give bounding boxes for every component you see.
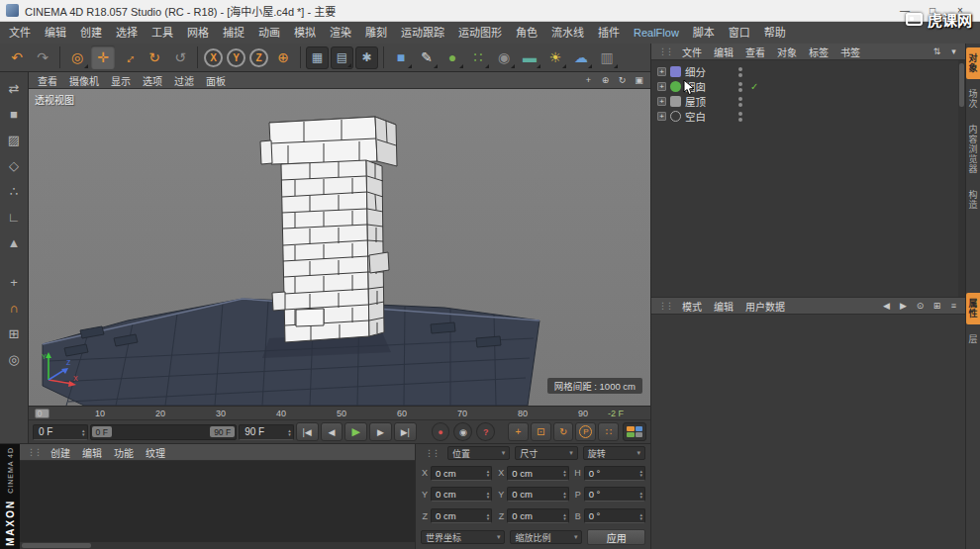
- light-icon[interactable]: ☀: [543, 46, 567, 69]
- am-target-icon[interactable]: ⊙: [913, 300, 928, 313]
- menu-edit[interactable]: 编辑: [38, 22, 73, 44]
- size-z-field[interactable]: 0 cm▴▾: [507, 508, 568, 523]
- om-menu-bookmarks[interactable]: 书签: [834, 45, 866, 59]
- range-start-handle[interactable]: 0 F: [92, 426, 112, 437]
- menu-tools[interactable]: 工具: [145, 22, 180, 44]
- om-dropdown-icon[interactable]: ▾: [946, 46, 961, 58]
- object-row[interactable]: + 屋顶: [651, 94, 965, 109]
- texture-mode-icon[interactable]: ▨: [2, 128, 26, 151]
- rot-p-field[interactable]: 0 °▴▾: [584, 487, 645, 502]
- scrollbar-thumb[interactable]: [959, 63, 964, 107]
- make-editable-icon[interactable]: ⇄: [2, 76, 26, 100]
- display-filter-icon[interactable]: ▥: [595, 46, 619, 69]
- render-view-icon[interactable]: ▦: [306, 46, 329, 69]
- expand-icon[interactable]: +: [657, 97, 666, 106]
- pan-view-icon[interactable]: +: [581, 74, 596, 87]
- menu-script[interactable]: 脚本: [686, 22, 722, 44]
- move-tool-icon[interactable]: ✛: [91, 46, 115, 69]
- polygons-mode-icon[interactable]: ▲: [2, 230, 26, 254]
- panel-grip[interactable]: ⋮⋮: [23, 447, 45, 457]
- object-row[interactable]: + 细分: [651, 64, 965, 79]
- panel-grip[interactable]: ⋮⋮: [654, 46, 676, 56]
- live-selection-icon[interactable]: ◎: [65, 46, 89, 69]
- menu-pipeline[interactable]: 流水线: [544, 22, 591, 44]
- position-mode-dropdown[interactable]: 位置▾: [447, 446, 510, 460]
- object-tree[interactable]: + 细分 + 烟囱 ✓ + 屋顶: [651, 60, 965, 298]
- redo-icon[interactable]: ↷: [31, 46, 54, 69]
- am-menu-mode[interactable]: 模式: [676, 299, 708, 314]
- object-row[interactable]: + 烟囱 ✓: [651, 79, 965, 94]
- snap-magnet-icon[interactable]: ∩: [2, 296, 26, 320]
- lock-y-axis-icon[interactable]: Y: [227, 48, 245, 67]
- lock-x-axis-icon[interactable]: X: [204, 48, 223, 67]
- pos-y-field[interactable]: 0 cm▴▾: [431, 487, 492, 502]
- point-level-animation-button[interactable]: ∷: [598, 422, 619, 441]
- frame-range-slider[interactable]: 0 F 90 F: [90, 424, 238, 440]
- menu-snap[interactable]: 捕捉: [216, 22, 251, 44]
- end-frame-field[interactable]: 90 F ▴▾: [239, 424, 294, 440]
- animation-help-button[interactable]: ?: [476, 422, 495, 441]
- zoom-view-icon[interactable]: ⊕: [598, 74, 613, 87]
- mat-menu-create[interactable]: 创建: [45, 445, 76, 460]
- om-menu-objects[interactable]: 对象: [771, 45, 803, 59]
- panel-grip[interactable]: ⋮⋮: [654, 301, 676, 311]
- edges-mode-icon[interactable]: ∟: [2, 205, 26, 229]
- tab-layers[interactable]: 层: [966, 328, 980, 350]
- menu-realflow[interactable]: RealFlow: [627, 22, 686, 44]
- am-menu-edit[interactable]: 编辑: [708, 299, 739, 314]
- scrollbar-thumb[interactable]: [22, 543, 91, 548]
- frame-stepper[interactable]: ▴▾: [79, 428, 85, 436]
- size-ratio-dropdown[interactable]: 缩放比例▾: [510, 530, 582, 544]
- vp-menu-panel[interactable]: 面板: [200, 73, 232, 88]
- om-menu-edit[interactable]: 编辑: [708, 45, 739, 59]
- menu-select[interactable]: 选择: [109, 22, 145, 44]
- autokey-button[interactable]: ◉: [453, 422, 472, 441]
- range-end-handle[interactable]: 90 F: [210, 426, 235, 437]
- visibility-dots[interactable]: [738, 67, 742, 77]
- mat-menu-function[interactable]: 功能: [108, 445, 140, 460]
- floor-icon[interactable]: ▬: [518, 46, 541, 69]
- menu-create[interactable]: 创建: [73, 22, 109, 44]
- menu-mograph[interactable]: 运动图形: [451, 22, 509, 44]
- coordinate-system-icon[interactable]: ⊕: [271, 46, 295, 69]
- frame-stepper[interactable]: ▴▾: [285, 428, 291, 436]
- size-x-field[interactable]: 0 cm▴▾: [507, 466, 568, 481]
- subdivision-surface-icon[interactable]: ●: [441, 46, 464, 69]
- render-picture-viewer-icon[interactable]: ▤: [331, 46, 353, 69]
- object-name[interactable]: 屋顶: [685, 94, 725, 109]
- am-forward-icon[interactable]: ▶: [896, 300, 911, 313]
- vp-menu-options[interactable]: 选项: [137, 73, 168, 88]
- rotation-mode-dropdown[interactable]: 旋转▾: [583, 446, 645, 460]
- view-label[interactable]: 透视视图: [35, 92, 74, 107]
- size-mode-dropdown[interactable]: 尺寸▾: [515, 446, 577, 460]
- record-position-button[interactable]: +: [508, 422, 529, 441]
- goto-start-button[interactable]: |◀: [296, 422, 319, 441]
- cloner-icon[interactable]: ∷: [466, 46, 490, 69]
- undo-icon[interactable]: ↶: [5, 46, 29, 69]
- pos-z-field[interactable]: 0 cm▴▾: [431, 508, 492, 523]
- rot-b-field[interactable]: 0 °▴▾: [584, 508, 645, 523]
- object-row[interactable]: + 空白: [651, 109, 965, 124]
- size-y-field[interactable]: 0 cm▴▾: [507, 487, 568, 502]
- record-scale-button[interactable]: ⊡: [531, 422, 551, 441]
- coordinate-system-dropdown[interactable]: 世界坐标▾: [421, 530, 505, 544]
- menu-plugins[interactable]: 插件: [591, 22, 627, 44]
- camera-icon[interactable]: ◉: [492, 46, 516, 69]
- object-name[interactable]: 空白: [685, 109, 725, 124]
- points-mode-icon[interactable]: ∴: [2, 179, 26, 203]
- material-list-area[interactable]: [20, 461, 415, 549]
- goto-end-button[interactable]: ▶|: [394, 422, 417, 441]
- menu-simulate[interactable]: 模拟: [287, 22, 323, 44]
- keyframe-palette-icon[interactable]: [623, 422, 646, 441]
- enable-axis-icon[interactable]: +: [2, 270, 26, 294]
- visibility-dots[interactable]: [738, 112, 742, 122]
- toggle-view-icon[interactable]: ▣: [632, 74, 646, 87]
- am-back-icon[interactable]: ◀: [879, 300, 894, 313]
- play-button[interactable]: ▶: [344, 422, 367, 441]
- expand-icon[interactable]: +: [657, 112, 666, 121]
- record-rotation-button[interactable]: ↻: [553, 422, 574, 441]
- om-sort-icon[interactable]: ⇅: [930, 46, 944, 58]
- orbit-view-icon[interactable]: ↻: [615, 74, 630, 87]
- apply-button[interactable]: 应用: [587, 529, 645, 545]
- tab-objects[interactable]: 对象: [966, 47, 980, 79]
